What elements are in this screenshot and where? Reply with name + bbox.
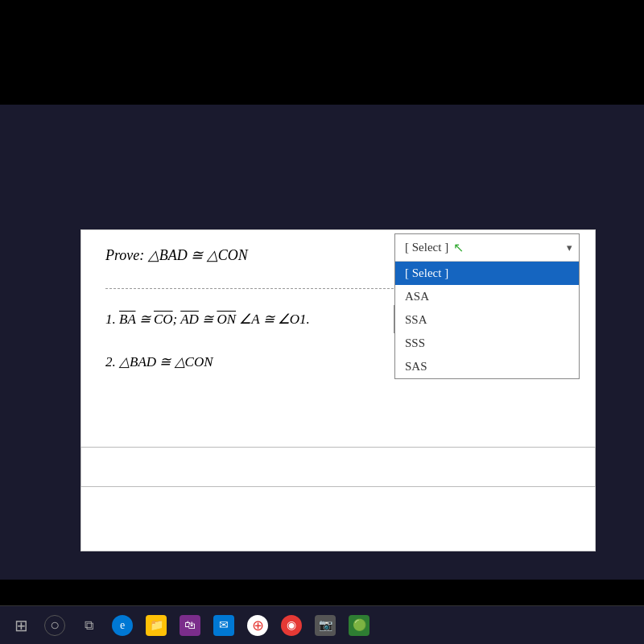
chevron-down-icon-2: ▾ xyxy=(567,242,572,254)
statement-1-text: 1. BA ≅ CO; AD ≅ ON ∠A ≅ ∠O1. xyxy=(105,311,382,328)
dropdown-trigger[interactable]: [ Select ] ↖ ▾ xyxy=(395,234,579,262)
files-icon: 📁 xyxy=(146,615,167,636)
taskview-icon: ⧉ xyxy=(78,615,99,636)
bottom-bar xyxy=(80,447,596,487)
dropdown-open[interactable]: [ Select ] ↖ ▾ [ Select ] ASA SSA SSS SA… xyxy=(394,233,580,379)
dropdown-trigger-label: [ Select ] xyxy=(405,241,448,254)
edge-icon: e xyxy=(112,615,133,636)
taskbar-camera[interactable]: 📷 xyxy=(311,611,340,640)
on-overline: ON xyxy=(217,312,236,327)
chrome-icon: ⊕ xyxy=(247,615,268,636)
taskbar: ⊞ ○ ⧉ e 📁 🛍 ✉ ⊕ ◉ 📷 🟢 xyxy=(0,605,644,644)
taskbar-taskview[interactable]: ⧉ xyxy=(74,611,103,640)
search-circle-icon: ○ xyxy=(44,615,65,636)
camera-icon: 📷 xyxy=(315,615,336,636)
statement-2-text: 2. △BAD ≅ △CON xyxy=(105,353,382,370)
taskbar-chrome[interactable]: ⊕ xyxy=(243,611,272,640)
ba-overline: BA xyxy=(119,312,135,327)
media-icon: ◉ xyxy=(281,615,302,636)
cursor-icon: ↖ xyxy=(453,240,464,255)
prove-text: △BAD ≅ △CON xyxy=(148,247,248,263)
taskbar-files[interactable]: 📁 xyxy=(142,611,171,640)
taskbar-search[interactable]: ○ xyxy=(40,611,69,640)
top-black-area xyxy=(0,0,644,105)
taskbar-mail[interactable]: ✉ xyxy=(209,611,238,640)
taskbar-edge[interactable]: e xyxy=(108,611,137,640)
taskbar-media[interactable]: ◉ xyxy=(277,611,306,640)
taskbar-store[interactable]: 🛍 xyxy=(175,611,204,640)
dropdown-option-sss[interactable]: SSS xyxy=(395,332,579,355)
taskbar-green-app[interactable]: 🟢 xyxy=(345,611,374,640)
mail-icon: ✉ xyxy=(213,615,234,636)
dropdown-option-sas[interactable]: SAS xyxy=(395,355,579,378)
windows-icon: ⊞ xyxy=(10,615,31,636)
dropdown-option-ssa[interactable]: SSA xyxy=(395,308,579,332)
taskbar-start-button[interactable]: ⊞ xyxy=(6,611,35,640)
dropdown-option-asa[interactable]: ASA xyxy=(395,285,579,308)
prove-label: Prove: xyxy=(105,247,148,263)
store-icon: 🛍 xyxy=(180,615,200,636)
ad-overline: AD xyxy=(180,312,199,327)
dropdown-option-select[interactable]: [ Select ] xyxy=(395,262,579,285)
co-overline: CO xyxy=(154,312,173,327)
screen-area: Prove: △BAD ≅ △CON 1. BA ≅ CO; AD ≅ ON ∠… xyxy=(0,105,644,580)
green-app-icon: 🟢 xyxy=(349,615,369,636)
